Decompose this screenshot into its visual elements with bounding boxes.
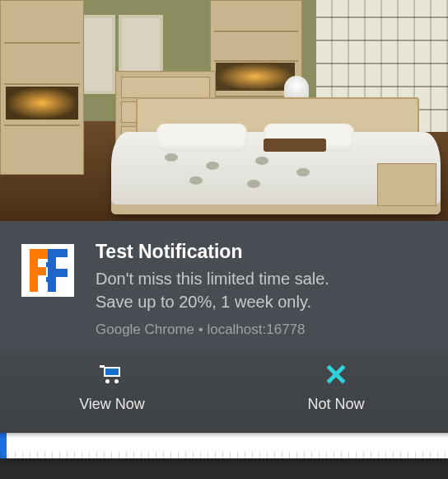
action-label: View Now xyxy=(79,396,145,413)
nightstand xyxy=(377,163,436,206)
notification-body: Test Notification Don't miss this limite… xyxy=(0,221,448,350)
notification-title: Test Notification xyxy=(96,241,427,264)
background-window-sliver xyxy=(0,433,448,458)
message-line: Don't miss this limited time sale. xyxy=(96,270,329,288)
notification-hero-image xyxy=(0,0,448,221)
pillow xyxy=(156,124,247,152)
action-label: Not Now xyxy=(307,396,364,413)
toast-notification: Test Notification Don't miss this limite… xyxy=(0,0,448,458)
not-now-button[interactable]: Not Now xyxy=(224,364,448,413)
cart-icon xyxy=(102,364,122,384)
close-icon xyxy=(326,364,346,384)
breakfast-tray xyxy=(264,139,326,152)
left-cabinet xyxy=(0,0,84,175)
message-line: Save up to 20%, 1 week only. xyxy=(96,293,311,311)
notification-actions: View Now Not Now xyxy=(0,350,448,433)
view-now-button[interactable]: View Now xyxy=(0,364,224,413)
app-icon xyxy=(21,244,74,297)
notification-message: Don't miss this limited time sale. Save … xyxy=(96,267,427,313)
notification-source: Google Chrome • localhost:16778 xyxy=(96,322,427,338)
